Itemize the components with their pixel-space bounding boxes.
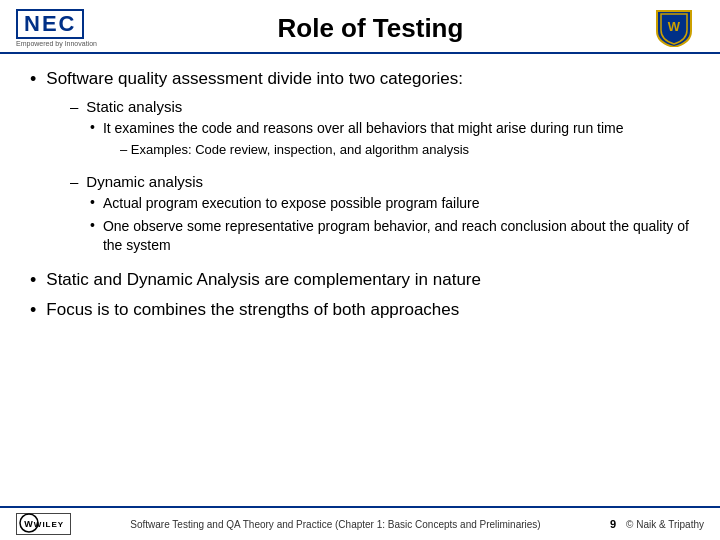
footer-copyright: © Naik & Tripathy	[626, 519, 704, 530]
svg-text:WILEY: WILEY	[33, 520, 63, 529]
dynamic-sub-items: • Actual program execution to expose pos…	[70, 194, 690, 255]
waterloo-shield-icon: W	[653, 9, 695, 47]
svg-text:W: W	[24, 519, 34, 529]
bullet-2-dot: •	[30, 270, 36, 291]
static-item-1-text: It examines the code and reasons over al…	[103, 119, 624, 138]
svg-text:W: W	[668, 19, 681, 34]
sub-sections: – Static analysis • It examines the code…	[30, 98, 690, 255]
nec-sub: Empowered by Innovation	[16, 40, 97, 47]
dynamic-item-1: • Actual program execution to expose pos…	[90, 194, 690, 213]
bullet-3-text: Focus is to combines the strengths of bo…	[46, 299, 459, 321]
header: NEC Empowered by Innovation Role of Test…	[0, 0, 720, 54]
nec-logo: NEC Empowered by Innovation	[16, 9, 97, 47]
dynamic-analysis-item: – Dynamic analysis	[70, 173, 690, 190]
bullet-3: • Focus is to combines the strengths of …	[30, 299, 690, 321]
static-analysis-item: – Static analysis	[70, 98, 690, 115]
wiley-logo-text: W WILEY	[19, 513, 69, 535]
waterloo-logo: W	[644, 8, 704, 48]
bullet-2: • Static and Dynamic Analysis are comple…	[30, 269, 690, 291]
bullet-1-dot: •	[30, 69, 36, 90]
dynamic-bullet-1: •	[90, 194, 95, 210]
static-dash: –	[70, 98, 78, 115]
static-example-text: – Examples: Code review, inspection, and…	[120, 142, 469, 157]
static-sub-items: • It examines the code and reasons over …	[70, 119, 690, 157]
footer: W WILEY Software Testing and QA Theory a…	[0, 506, 720, 540]
bullet-1: • Software quality assessment divide int…	[30, 68, 690, 90]
footer-center-text: Software Testing and QA Theory and Pract…	[71, 519, 600, 530]
dynamic-item-1-text: Actual program execution to expose possi…	[103, 194, 480, 213]
bullet-2-text: Static and Dynamic Analysis are compleme…	[46, 269, 481, 291]
dynamic-analysis-label: Dynamic analysis	[86, 173, 203, 190]
slide-title: Role of Testing	[97, 13, 644, 44]
slide: NEC Empowered by Innovation Role of Test…	[0, 0, 720, 540]
dynamic-item-2: • One observe some representative progra…	[90, 217, 690, 255]
static-bullet: •	[90, 119, 95, 135]
static-example: – Examples: Code review, inspection, and…	[90, 142, 690, 157]
nec-text: NEC	[24, 11, 76, 36]
static-analysis-label: Static analysis	[86, 98, 182, 115]
spacer-1	[70, 163, 690, 173]
bullet-1-text: Software quality assessment divide into …	[46, 68, 463, 90]
main-content: • Software quality assessment divide int…	[0, 54, 720, 339]
bullet-3-dot: •	[30, 300, 36, 321]
spacer-2	[30, 259, 690, 269]
dynamic-dash: –	[70, 173, 78, 190]
static-item-1: • It examines the code and reasons over …	[90, 119, 690, 138]
wiley-logo: W WILEY	[16, 513, 71, 535]
footer-page-number: 9	[610, 518, 616, 530]
dynamic-bullet-2: •	[90, 217, 95, 233]
dynamic-item-2-text: One observe some representative program …	[103, 217, 690, 255]
